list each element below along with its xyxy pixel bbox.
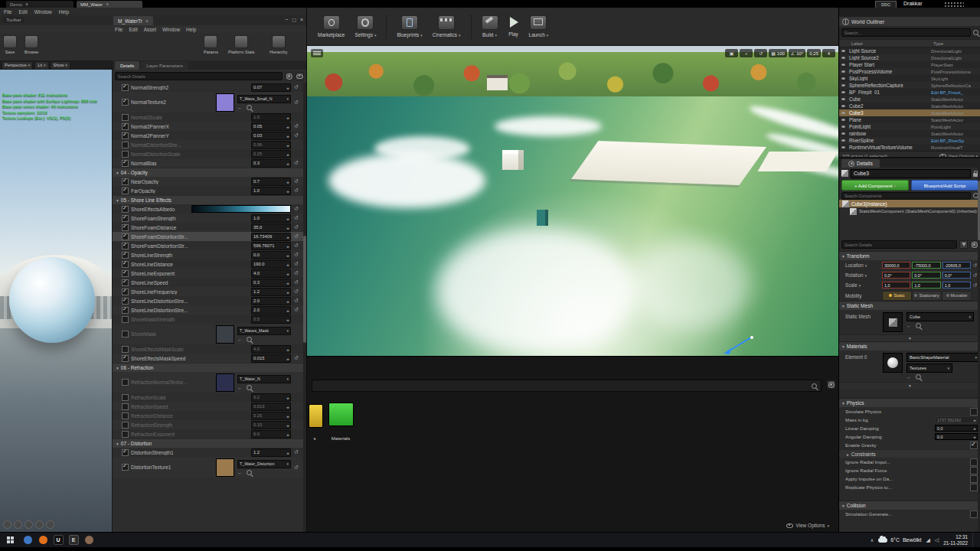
reset-to-default-icon[interactable]: [292, 465, 300, 471]
reset-to-default-icon[interactable]: [292, 261, 300, 267]
value-input[interactable]: 0.07: [251, 83, 291, 92]
search-icon[interactable]: [812, 383, 817, 389]
value-input[interactable]: 0.15: [251, 421, 291, 429]
browse-asset-icon[interactable]: [247, 385, 252, 390]
physics-value-input[interactable]: 1737,952392: [935, 416, 978, 423]
param-override-checkbox[interactable]: [122, 261, 129, 268]
reset-to-default-icon[interactable]: [292, 298, 300, 304]
param-row[interactable]: FarOpacity 1.0: [113, 186, 306, 195]
visibility-eye-icon[interactable]: [841, 105, 849, 107]
menu-asset[interactable]: Asset: [144, 27, 156, 32]
spinner-icon[interactable]: [286, 142, 289, 148]
visibility-eye-icon[interactable]: [841, 84, 849, 86]
section-expander[interactable]: [839, 382, 980, 389]
use-selected-icon[interactable]: [906, 374, 912, 380]
search-icon[interactable]: [973, 30, 978, 35]
outliner-row[interactable]: rainbow StaticMeshActor: [839, 130, 980, 137]
transform-row-label[interactable]: Location: [845, 262, 882, 268]
outliner-row[interactable]: PointLight PointLight: [839, 123, 980, 130]
volume-icon[interactable]: ◁: [935, 537, 939, 543]
taskbar-app-epic[interactable]: E: [66, 533, 81, 547]
param-row[interactable]: ShoreFoamDistance 35.0: [113, 223, 306, 232]
value-input[interactable]: 35.0: [251, 223, 291, 232]
reset-to-default-icon[interactable]: [292, 279, 300, 285]
param-override-checkbox[interactable]: [122, 206, 129, 213]
param-row[interactable]: Normal2PannerX 0.05: [113, 122, 306, 131]
outliner-row[interactable]: SkyLight SkyLight: [839, 75, 980, 82]
param-row[interactable]: ShoreFoamDistortionStr... 596.76071: [113, 241, 306, 250]
spinner-icon[interactable]: [286, 308, 289, 313]
flag-checkbox[interactable]: [970, 467, 978, 474]
param-row[interactable]: ShoreFoamDistortionStr... 16.73409: [113, 232, 306, 241]
spinner-icon[interactable]: [286, 179, 289, 184]
param-override-checkbox[interactable]: [122, 215, 129, 222]
weather-widget[interactable]: 6°C Bewölkt: [878, 537, 921, 543]
reset-to-default-icon[interactable]: [292, 289, 300, 295]
transform-row-label[interactable]: Rotation: [845, 272, 882, 278]
param-row[interactable]: 04 - Opacity: [113, 168, 306, 177]
value-input[interactable]: 1.2: [251, 288, 291, 296]
settings-button[interactable]: Settings: [354, 15, 376, 37]
spinner-icon[interactable]: [286, 404, 289, 409]
use-selected-icon[interactable]: [237, 105, 243, 110]
spinner-icon[interactable]: [286, 253, 289, 258]
param-override-checkbox[interactable]: [122, 243, 129, 249]
reset-to-default-icon[interactable]: [292, 355, 300, 361]
x-value-input[interactable]: 30000,0: [882, 262, 910, 269]
param-override-checkbox[interactable]: [122, 187, 129, 194]
param-row[interactable]: DistortionStrength1 1.2: [113, 448, 306, 457]
param-row[interactable]: NearOpacity 0.7: [113, 177, 306, 186]
param-override-checkbox[interactable]: [122, 224, 129, 231]
mobility-segment[interactable]: Static: [882, 291, 912, 301]
spinner-icon[interactable]: [286, 356, 289, 361]
outliner-row[interactable]: RuntimeVirtualTextureVolume RuntimeVirtu…: [839, 144, 980, 151]
start-button[interactable]: [0, 533, 20, 547]
param-override-checkbox[interactable]: [122, 346, 129, 353]
material-thumbnail[interactable]: [883, 353, 903, 373]
translate-mode-icon[interactable]: +: [740, 49, 753, 57]
z-value-input[interactable]: 0,0°: [942, 272, 971, 279]
color-gradient-swatch[interactable]: [191, 205, 291, 213]
lit-dropdown[interactable]: Lit: [34, 61, 48, 70]
param-row[interactable]: NormalBias 0.3: [113, 158, 306, 168]
value-input[interactable]: 1.2: [251, 448, 291, 457]
asset-tab-m-watertr[interactable]: M_WaterTr: [113, 16, 153, 25]
static-mesh-dropdown[interactable]: Cube: [906, 312, 974, 321]
content-browser-settings-icon[interactable]: [827, 380, 835, 389]
reset-to-default-icon[interactable]: [292, 243, 300, 249]
marketplace-button[interactable]: Marketplace: [318, 15, 345, 37]
launch-button[interactable]: Launch: [529, 15, 549, 37]
physics-checkbox[interactable]: [970, 408, 978, 416]
outliner-column-headers[interactable]: Label Type: [839, 39, 980, 47]
taskbar-app-firefox[interactable]: [35, 533, 51, 547]
tray-expand-icon[interactable]: ∧: [871, 537, 874, 543]
material-dropdown[interactable]: BasicShapeMaterial: [906, 353, 980, 362]
visibility-eye-icon[interactable]: [841, 126, 849, 128]
param-row[interactable]: ShoreEffectsMaskSpeed 0.015: [113, 354, 306, 363]
show-desktop-button[interactable]: [972, 533, 977, 547]
reset-to-default-icon[interactable]: [292, 84, 300, 90]
white-cube-mesh[interactable]: [502, 150, 524, 170]
outliner-row[interactable]: Light Source DirectionalLight: [839, 47, 980, 54]
texture-dropdown[interactable]: T_Water_Distortion: [237, 460, 291, 468]
param-override-checkbox[interactable]: [122, 412, 129, 419]
taskbar-app-gimp[interactable]: [81, 533, 96, 547]
tab-details[interactable]: Details: [115, 61, 139, 70]
param-override-checkbox[interactable]: [122, 289, 129, 295]
spinner-icon[interactable]: [286, 432, 289, 437]
spinner-icon[interactable]: [973, 418, 975, 422]
spinner-icon[interactable]: [286, 85, 289, 90]
param-override-checkbox[interactable]: [122, 331, 129, 337]
params-button[interactable]: Params: [204, 35, 218, 54]
param-override-checkbox[interactable]: [122, 160, 129, 167]
outliner-search-input[interactable]: [841, 28, 971, 37]
perspective-dropdown[interactable]: Perspective: [2, 61, 33, 70]
outliner-row[interactable]: Cube3 StaticMeshActor: [839, 109, 980, 116]
use-selected-icon[interactable]: [237, 470, 243, 475]
param-row[interactable]: ShoreEffectsAlbedo: [113, 204, 306, 214]
section-arrow-icon[interactable]: [116, 442, 119, 446]
value-input[interactable]: 16.73409: [251, 233, 291, 241]
param-row[interactable]: 06 - Refraction: [113, 363, 306, 372]
param-row[interactable]: NormalTexture2: [113, 92, 306, 112]
value-input[interactable]: 4.0: [251, 345, 291, 354]
